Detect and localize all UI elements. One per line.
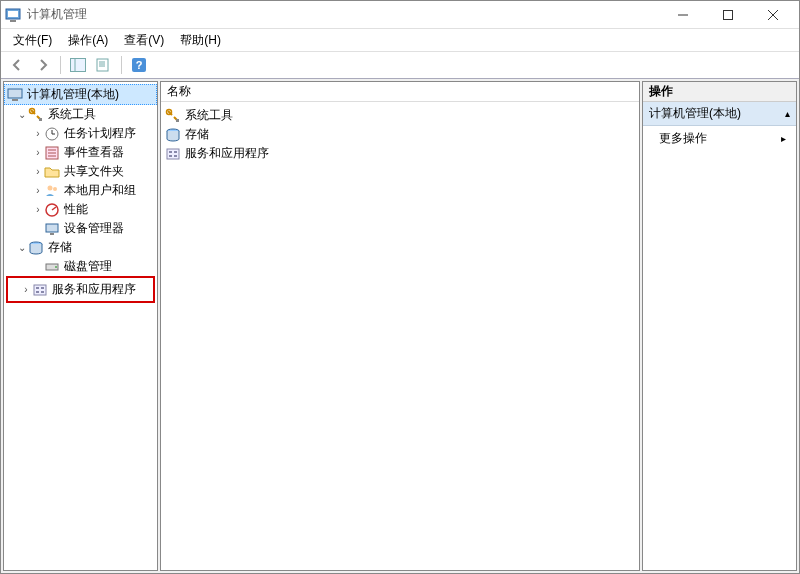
toolbar-separator <box>60 56 61 74</box>
clock-icon <box>44 126 60 142</box>
menu-file[interactable]: 文件(F) <box>5 30 60 51</box>
chevron-right-icon[interactable]: › <box>32 147 44 158</box>
tree-label: 存储 <box>48 239 72 256</box>
svg-rect-2 <box>10 20 16 22</box>
actions-context-label: 计算机管理(本地) <box>649 105 741 122</box>
tree-item-device-manager[interactable]: 设备管理器 <box>4 219 157 238</box>
tree-item-local-users[interactable]: › 本地用户和组 <box>4 181 157 200</box>
help-button[interactable]: ? <box>127 54 151 76</box>
column-header-label: 名称 <box>167 83 191 100</box>
window-title: 计算机管理 <box>27 6 660 23</box>
tree-label: 设备管理器 <box>64 220 124 237</box>
svg-rect-41 <box>176 119 179 122</box>
tree-item-event-viewer[interactable]: › 事件查看器 <box>4 143 157 162</box>
collapse-icon: ▴ <box>785 108 790 119</box>
close-button[interactable] <box>750 1 795 29</box>
tree-label: 系统工具 <box>48 106 96 123</box>
tree-label: 共享文件夹 <box>64 163 124 180</box>
chevron-down-icon[interactable]: ⌄ <box>16 109 28 120</box>
tools-icon <box>28 107 44 123</box>
users-icon <box>44 183 60 199</box>
svg-text:?: ? <box>136 59 143 71</box>
actions-more-link[interactable]: 更多操作 ▸ <box>643 126 796 151</box>
actions-panel: 操作 计算机管理(本地) ▴ 更多操作 ▸ <box>642 81 797 571</box>
actions-context-header[interactable]: 计算机管理(本地) ▴ <box>643 102 796 126</box>
svg-rect-46 <box>169 155 172 157</box>
svg-rect-36 <box>36 287 39 289</box>
show-hide-tree-button[interactable] <box>66 54 90 76</box>
svg-rect-38 <box>36 291 39 293</box>
svg-rect-16 <box>12 99 18 101</box>
maximize-button[interactable] <box>705 1 750 29</box>
list-column-header-name[interactable]: 名称 <box>161 82 639 102</box>
titlebar: 计算机管理 <box>1 1 799 29</box>
svg-rect-47 <box>174 155 177 157</box>
toolbar: ? <box>1 51 799 79</box>
list-item-label: 服务和应用程序 <box>185 145 269 162</box>
tree-item-storage[interactable]: ⌄ 存储 <box>4 238 157 257</box>
device-icon <box>44 221 60 237</box>
tree-item-shared-folders[interactable]: › 共享文件夹 <box>4 162 157 181</box>
tree-root-label: 计算机管理(本地) <box>27 86 119 103</box>
tree-label: 任务计划程序 <box>64 125 136 142</box>
tree-panel: 计算机管理(本地) ⌄ 系统工具 › 任务计划程序 › <box>3 81 158 571</box>
list-item-label: 系统工具 <box>185 107 233 124</box>
toolbar-separator <box>121 56 122 74</box>
minimize-button[interactable] <box>660 1 705 29</box>
svg-rect-35 <box>34 285 46 295</box>
performance-icon <box>44 202 60 218</box>
submenu-arrow-icon: ▸ <box>781 133 786 144</box>
chevron-right-icon[interactable]: › <box>32 128 44 139</box>
menu-action[interactable]: 操作(A) <box>60 30 116 51</box>
window-controls <box>660 1 795 29</box>
chevron-right-icon[interactable]: › <box>32 166 44 177</box>
actions-header-label: 操作 <box>649 83 673 100</box>
storage-icon <box>28 240 44 256</box>
svg-rect-1 <box>8 11 18 17</box>
tree-label: 本地用户和组 <box>64 182 136 199</box>
list-item[interactable]: 存储 <box>163 125 637 144</box>
chevron-right-icon[interactable]: › <box>20 284 32 295</box>
tree: 计算机管理(本地) ⌄ 系统工具 › 任务计划程序 › <box>4 82 157 305</box>
list-item[interactable]: 服务和应用程序 <box>163 144 637 163</box>
tree-root[interactable]: 计算机管理(本地) <box>4 84 157 105</box>
nav-back-button[interactable] <box>5 54 29 76</box>
svg-rect-45 <box>174 151 177 153</box>
tree-label: 磁盘管理 <box>64 258 112 275</box>
svg-rect-30 <box>46 224 58 232</box>
svg-point-34 <box>55 266 57 268</box>
app-icon <box>5 7 21 23</box>
actions-more-label: 更多操作 <box>659 130 707 147</box>
svg-point-26 <box>48 185 53 190</box>
svg-rect-44 <box>169 151 172 153</box>
highlighted-region: › 服务和应用程序 <box>6 276 155 303</box>
menu-view[interactable]: 查看(V) <box>116 30 172 51</box>
event-log-icon <box>44 145 60 161</box>
tree-item-disk-management[interactable]: 磁盘管理 <box>4 257 157 276</box>
actions-header: 操作 <box>643 82 796 102</box>
svg-rect-9 <box>97 59 108 71</box>
tree-label: 事件查看器 <box>64 144 124 161</box>
menu-help[interactable]: 帮助(H) <box>172 30 229 51</box>
tree-label: 性能 <box>64 201 88 218</box>
services-icon <box>32 282 48 298</box>
services-icon <box>165 146 181 162</box>
tree-item-services-apps[interactable]: › 服务和应用程序 <box>8 280 153 299</box>
svg-rect-31 <box>50 233 54 235</box>
svg-line-29 <box>52 207 56 210</box>
nav-forward-button[interactable] <box>31 54 55 76</box>
chevron-down-icon[interactable]: ⌄ <box>16 242 28 253</box>
menubar: 文件(F) 操作(A) 查看(V) 帮助(H) <box>1 29 799 51</box>
tree-item-system-tools[interactable]: ⌄ 系统工具 <box>4 105 157 124</box>
svg-rect-39 <box>41 291 44 293</box>
list-item[interactable]: 系统工具 <box>163 106 637 125</box>
properties-button[interactable] <box>92 54 116 76</box>
svg-rect-15 <box>8 89 22 98</box>
svg-rect-18 <box>39 118 42 121</box>
disk-icon <box>44 259 60 275</box>
tree-item-performance[interactable]: › 性能 <box>4 200 157 219</box>
chevron-right-icon[interactable]: › <box>32 204 44 215</box>
tree-label: 服务和应用程序 <box>52 281 136 298</box>
chevron-right-icon[interactable]: › <box>32 185 44 196</box>
tree-item-task-scheduler[interactable]: › 任务计划程序 <box>4 124 157 143</box>
